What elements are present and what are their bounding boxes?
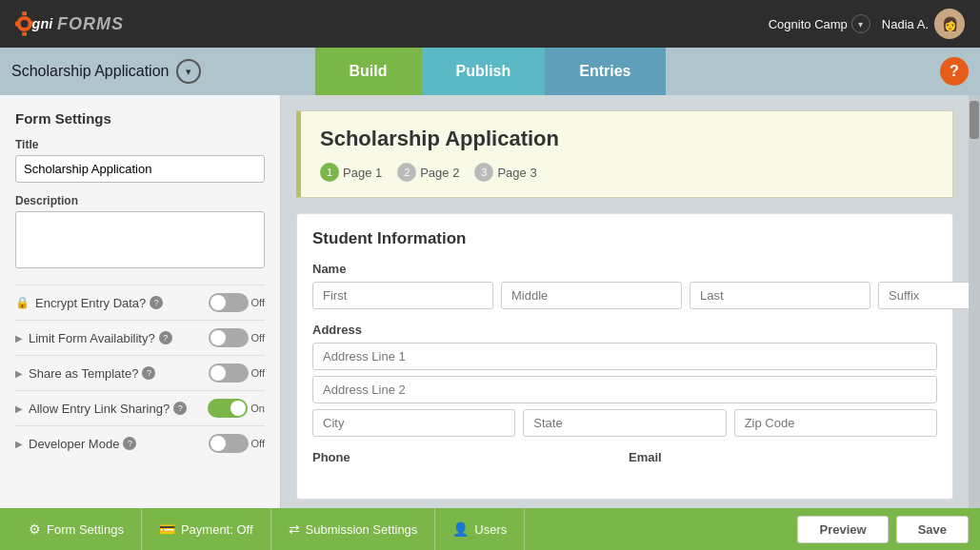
payment-icon: 💳 <box>159 521 175 537</box>
page-tab-3[interactable]: 3 Page 3 <box>474 163 536 182</box>
name-field-group: Name <box>312 262 937 309</box>
user-avatar: 👩 <box>934 9 965 39</box>
page-2-num: 2 <box>397 163 416 182</box>
bottom-bar-right: Preview Save <box>797 516 969 543</box>
help-button[interactable]: ? <box>940 57 969 86</box>
title-input[interactable] <box>15 155 265 183</box>
save-button[interactable]: Save <box>896 516 969 543</box>
users-tab-label: Users <box>474 522 507 537</box>
form-title-nav: Scholarship Application <box>11 63 169 80</box>
bottom-tab-form-settings[interactable]: ⚙ Form Settings <box>11 508 142 550</box>
dev-mode-label: Developer Mode <box>29 437 119 451</box>
page-tab-1[interactable]: 1 Page 1 <box>320 163 382 182</box>
phone-field-label: Phone <box>312 450 621 464</box>
dev-mode-arrow-icon: ▶ <box>15 439 23 449</box>
phone-email-row: Phone Email <box>312 450 937 483</box>
tab-build[interactable]: Build <box>314 48 421 95</box>
address-city-row <box>312 409 937 437</box>
address-line1-input[interactable] <box>312 343 937 370</box>
page-tab-2[interactable]: 2 Page 2 <box>397 163 459 182</box>
share-arrow-icon: ▶ <box>15 368 23 379</box>
student-information-section: Student Information Name Address <box>296 213 953 500</box>
share-toggle[interactable]: Off <box>209 363 265 383</box>
bottom-tab-payment[interactable]: 💳 Payment: Off <box>142 508 271 550</box>
title-field-label: Title <box>15 138 265 151</box>
limit-switch[interactable] <box>209 328 249 347</box>
tab-entries[interactable]: Entries <box>545 48 665 95</box>
address-city-input[interactable] <box>312 409 515 437</box>
entry-link-toggle[interactable]: On <box>208 399 265 418</box>
scrollbar-thumb[interactable] <box>970 101 979 139</box>
limit-help-icon[interactable]: ? <box>159 331 172 344</box>
entry-link-switch[interactable] <box>208 399 248 418</box>
share-knob <box>210 365 226 381</box>
cogwheel-logo-icon: gnito <box>15 7 53 41</box>
name-first-input[interactable] <box>312 282 493 309</box>
svg-rect-3 <box>22 32 27 36</box>
page-3-label: Page 3 <box>497 166 536 180</box>
logo-forms-text: FORMS <box>57 14 124 34</box>
encrypt-label: Encrypt Entry Data? <box>35 296 146 310</box>
tab-bar-right: ? <box>940 57 969 86</box>
description-textarea[interactable] <box>15 211 265 268</box>
share-help-icon[interactable]: ? <box>142 366 155 380</box>
student-info-title: Student Information <box>312 229 937 248</box>
preview-button[interactable]: Preview <box>797 516 888 543</box>
entry-link-toggle-state: On <box>250 403 265 414</box>
name-middle-input[interactable] <box>501 282 682 309</box>
dev-mode-switch[interactable] <box>209 434 249 453</box>
address-field-label: Address <box>312 323 937 337</box>
scrollbar-track[interactable] <box>969 95 980 508</box>
main-content: Scholarship Application 1 Page 1 2 Page … <box>281 95 969 508</box>
main-layout: Form Settings Title Description 🔒 Encryp… <box>0 95 980 508</box>
share-switch[interactable] <box>209 363 249 383</box>
name-field-row <box>312 282 937 309</box>
encrypt-toggle-row: 🔒 Encrypt Entry Data? ? Off <box>15 285 265 320</box>
name-suffix-input[interactable] <box>878 282 969 309</box>
encrypt-toggle[interactable]: Off <box>209 293 265 312</box>
bottom-tab-users[interactable]: 👤 Users <box>435 508 525 550</box>
address-line2-input[interactable] <box>312 376 937 403</box>
tab-publish[interactable]: Publish <box>421 48 545 95</box>
entry-link-help-icon[interactable]: ? <box>173 402 187 415</box>
page-1-label: Page 1 <box>343 166 382 180</box>
svg-text:gnito: gnito <box>31 16 53 31</box>
share-toggle-row: ▶ Share as Template? ? Off <box>15 355 265 390</box>
dev-mode-toggle-row: ▶ Developer Mode ? Off <box>15 425 265 461</box>
encrypt-help-icon[interactable]: ? <box>150 296 163 309</box>
org-name: Cognito Camp <box>769 17 848 31</box>
users-icon: 👤 <box>452 521 469 537</box>
limit-label: Limit Form Availability? <box>29 331 155 345</box>
limit-toggle[interactable]: Off <box>209 328 265 347</box>
dev-mode-toggle[interactable]: Off <box>209 434 265 453</box>
name-last-input[interactable] <box>690 282 870 309</box>
top-nav: gnito FORMS Cognito Camp ▾ Nadia A. 👩 <box>0 0 980 48</box>
logo-area: gnito FORMS <box>15 7 124 41</box>
svg-rect-4 <box>15 22 19 27</box>
address-zip-input[interactable] <box>734 409 937 437</box>
email-field-label: Email <box>629 450 937 464</box>
dev-mode-help-icon[interactable]: ? <box>123 437 136 450</box>
name-field-label: Name <box>312 262 937 276</box>
page-1-num: 1 <box>320 163 339 182</box>
share-label: Share as Template? <box>29 366 138 381</box>
dev-mode-knob <box>210 436 226 451</box>
form-title-chevron-button[interactable]: ▾ <box>176 59 201 84</box>
address-field-group: Address <box>312 323 937 437</box>
main-tabs: Build Publish Entries <box>314 48 665 95</box>
svg-point-1 <box>21 20 29 28</box>
dev-mode-toggle-state: Off <box>251 438 265 449</box>
dev-mode-toggle-left: ▶ Developer Mode ? <box>15 437 136 451</box>
limit-knob <box>210 330 226 345</box>
phone-field-group: Phone <box>312 450 621 470</box>
form-settings-tab-label: Form Settings <box>47 522 124 537</box>
entry-link-label: Allow Entry Link Sharing? <box>29 402 170 416</box>
page-tabs: 1 Page 1 2 Page 2 3 Page 3 <box>320 163 933 182</box>
submission-tab-label: Submission Settings <box>306 522 418 537</box>
org-selector[interactable]: Cognito Camp ▾ <box>769 14 870 33</box>
address-state-input[interactable] <box>523 409 726 437</box>
bottom-tab-submission[interactable]: ⇄ Submission Settings <box>271 508 436 550</box>
share-toggle-state: Off <box>251 367 265 379</box>
org-chevron-icon[interactable]: ▾ <box>851 14 870 33</box>
encrypt-switch[interactable] <box>209 293 249 312</box>
